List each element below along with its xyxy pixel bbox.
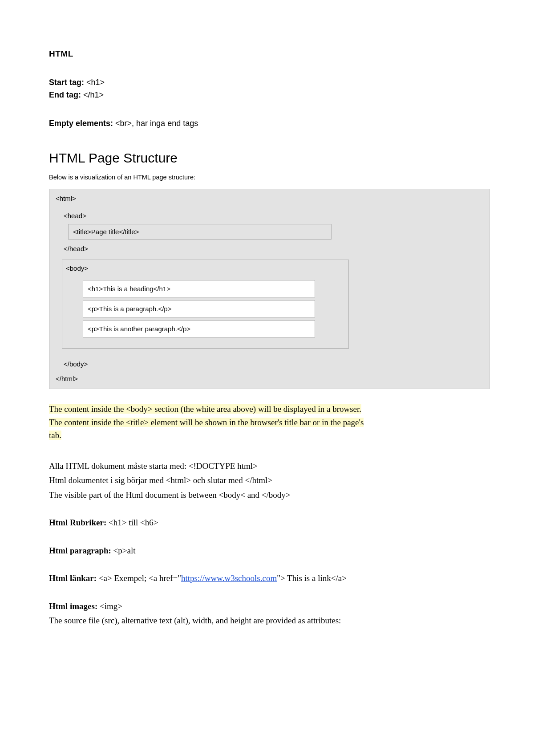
start-tag-line: Start tag: <h1> (49, 77, 490, 88)
images-block: Html images: <img> The source file (src)… (49, 600, 490, 627)
document-page: HTML Start tag: <h1> End tag: </h1> Empt… (0, 0, 534, 656)
w3schools-link[interactable]: https://www.w3schools.com (181, 573, 277, 583)
paragraph-line: Html paragraph: <p>alt (49, 545, 490, 557)
end-tag-line: End tag: </h1> (49, 89, 490, 101)
doc-rule-1: Alla HTML dokument måste starta med: <!D… (49, 460, 490, 473)
end-tag-value: </h1> (81, 90, 104, 99)
highlight-line-2b: tab. (49, 431, 61, 440)
lankar-label: Html länkar: (49, 573, 97, 583)
section-title: HTML Page Structure (49, 150, 490, 166)
body-open-tag: <body> (64, 264, 347, 278)
p2-box: <p>This is another paragraph.</p> (83, 320, 315, 337)
paragraph-value: <p>alt (111, 546, 136, 555)
start-tag-value: <h1> (84, 78, 105, 87)
highlight-line-1: The content inside the <body> section (t… (49, 404, 361, 414)
lankar-post: "> This is a link</a> (277, 573, 347, 583)
doc-rule-3: The visible part of the Html document is… (49, 489, 490, 502)
lankar-line: Html länkar: <a> Exempel; <a href="https… (49, 572, 490, 585)
h1-box: <h1>This is a heading</h1> (83, 280, 315, 297)
page-title: HTML (49, 49, 490, 59)
paragraph-label: Html paragraph: (49, 546, 111, 555)
serif-block: Alla HTML dokument måste starta med: <!D… (49, 460, 490, 627)
doc-rules-group: Alla HTML dokument måste starta med: <!D… (49, 460, 490, 502)
body-box: <body> <h1>This is a heading</h1> <p>Thi… (62, 260, 349, 349)
images-line: Html images: <img> (49, 600, 490, 613)
images-label: Html images: (49, 602, 97, 611)
highlight-line-2a: The content inside the <title> element w… (49, 418, 364, 427)
structure-diagram: <html> <head> <title>Page title</title> … (49, 189, 490, 389)
start-tag-label: Start tag: (49, 78, 84, 87)
images-desc: The source file (src), alternative text … (49, 614, 490, 627)
highlight-block: The content inside the <body> section (t… (49, 402, 490, 442)
head-box: <head> <title>Page title</title> </head> (62, 209, 477, 255)
empty-elements-label: Empty elements: (49, 119, 113, 128)
body-close-tag: </body> (62, 353, 485, 370)
title-tag-box: <title>Page title</title> (68, 224, 332, 240)
images-value: <img> (97, 602, 122, 611)
rubriker-label: Html Rubriker: (49, 518, 106, 527)
end-tag-label: End tag: (49, 90, 81, 99)
html-open-tag: <html> (54, 194, 485, 207)
rubriker-value: <h1> till <h6> (106, 518, 158, 527)
lankar-pre: <a> Exempel; <a href=" (97, 573, 181, 583)
head-open-tag: <head> (62, 209, 477, 222)
empty-elements-value: <br>, har inga end tags (113, 119, 198, 128)
empty-elements-line: Empty elements: <br>, har inga end tags (49, 118, 490, 129)
doc-rule-2: Html dokumentet i sig börjar med <html> … (49, 474, 490, 487)
section-subtext: Below is a visualization of an HTML page… (49, 174, 490, 181)
p1-box: <p>This is a paragraph.</p> (83, 300, 315, 317)
html-close-tag: </html> (54, 370, 485, 382)
rubriker-line: Html Rubriker: <h1> till <h6> (49, 516, 490, 529)
head-close-tag: </head> (62, 242, 477, 255)
